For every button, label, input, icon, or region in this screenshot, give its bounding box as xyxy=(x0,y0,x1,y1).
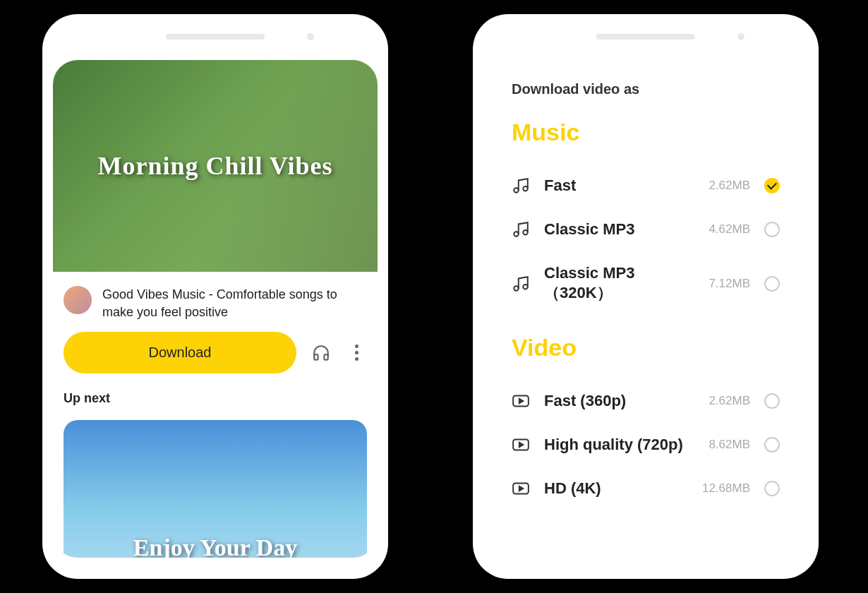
phone-notch xyxy=(596,34,695,40)
up-next-section: Up next Enjoy Your Day xyxy=(53,391,378,558)
video-option-4k[interactable]: HD (4K) 12.68MB xyxy=(512,467,780,510)
option-size: 2.62MB xyxy=(709,179,750,193)
camera-icon xyxy=(737,33,745,40)
radio-unselected[interactable] xyxy=(764,437,780,453)
music-note-icon xyxy=(512,275,530,293)
music-option-320k[interactable]: Classic MP3（320K） 7.12MB xyxy=(512,251,780,316)
phone-left: Morning Chill Vibes Good Vibes Music - C… xyxy=(42,14,388,579)
speaker-icon xyxy=(166,34,265,40)
video-option-720p[interactable]: High quality (720p) 8.62MB xyxy=(512,423,780,467)
radio-unselected[interactable] xyxy=(764,393,780,409)
radio-selected[interactable] xyxy=(764,178,780,193)
radio-unselected[interactable] xyxy=(764,481,780,496)
video-icon xyxy=(512,436,530,454)
screen-right: Download video as Music Fast 2.62MB xyxy=(483,60,808,558)
phone-notch xyxy=(166,34,265,40)
option-label: High quality (720p) xyxy=(544,436,694,454)
option-size: 7.12MB xyxy=(709,277,750,291)
svg-point-5 xyxy=(523,284,528,289)
option-label: Classic MP3 xyxy=(544,220,694,239)
option-label: Fast xyxy=(544,176,694,195)
svg-point-4 xyxy=(514,286,519,291)
phone-right: Download video as Music Fast 2.62MB xyxy=(473,14,819,579)
screen-left: Morning Chill Vibes Good Vibes Music - C… xyxy=(53,60,378,558)
music-option-classic[interactable]: Classic MP3 4.62MB xyxy=(512,208,780,251)
video-icon xyxy=(512,392,530,410)
radio-unselected[interactable] xyxy=(764,222,780,237)
option-label: Fast (360p) xyxy=(544,392,694,410)
camera-icon xyxy=(307,33,314,40)
next-video-thumbnail[interactable]: Enjoy Your Day xyxy=(64,420,367,558)
radio-unselected[interactable] xyxy=(764,276,780,292)
action-row: Download xyxy=(53,332,378,391)
download-button[interactable]: Download xyxy=(64,332,296,373)
channel-avatar[interactable] xyxy=(64,286,92,314)
video-section-heading: Video xyxy=(512,334,780,361)
video-thumbnail[interactable]: Morning Chill Vibes xyxy=(53,60,378,272)
video-overlay-title: Morning Chill Vibes xyxy=(97,151,332,181)
video-description: Good Vibes Music - Comfortable songs to … xyxy=(102,286,367,321)
svg-point-2 xyxy=(514,232,519,236)
svg-point-3 xyxy=(523,230,528,235)
option-label: HD (4K) xyxy=(544,479,688,498)
video-icon xyxy=(512,479,530,498)
more-icon[interactable] xyxy=(346,342,367,364)
svg-point-1 xyxy=(523,186,528,191)
headphones-icon[interactable] xyxy=(311,342,332,364)
up-next-label: Up next xyxy=(64,391,367,406)
music-note-icon xyxy=(512,220,530,239)
music-section-heading: Music xyxy=(512,119,780,146)
option-size: 4.62MB xyxy=(709,222,750,236)
option-size: 8.62MB xyxy=(709,438,750,452)
panel-title: Download video as xyxy=(512,81,780,97)
video-option-360p[interactable]: Fast (360p) 2.62MB xyxy=(512,379,780,423)
speaker-icon xyxy=(596,34,695,40)
next-video-overlay-title: Enjoy Your Day xyxy=(133,534,297,558)
music-option-fast[interactable]: Fast 2.62MB xyxy=(512,164,780,208)
option-size: 2.62MB xyxy=(709,394,750,408)
option-size: 12.68MB xyxy=(702,481,750,496)
music-note-icon xyxy=(512,176,530,195)
svg-point-0 xyxy=(514,188,519,193)
download-panel: Download video as Music Fast 2.62MB xyxy=(483,60,808,532)
video-info-row: Good Vibes Music - Comfortable songs to … xyxy=(53,272,378,332)
option-label: Classic MP3（320K） xyxy=(544,264,694,304)
